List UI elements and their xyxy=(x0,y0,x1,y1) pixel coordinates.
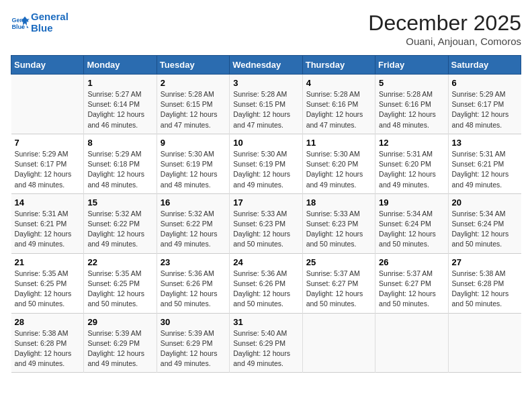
week-row-3: 14Sunrise: 5:31 AM Sunset: 6:21 PM Dayli… xyxy=(11,193,521,253)
calendar-cell: 28Sunrise: 5:38 AM Sunset: 6:28 PM Dayli… xyxy=(11,313,84,373)
day-info: Sunrise: 5:33 AM Sunset: 6:23 PM Dayligh… xyxy=(306,209,371,250)
header-sunday: Sunday xyxy=(11,56,84,75)
page-header: General Blue General Blue December 2025 … xyxy=(11,11,521,47)
day-info: Sunrise: 5:30 AM Sunset: 6:19 PM Dayligh… xyxy=(161,149,226,190)
day-info: Sunrise: 5:38 AM Sunset: 6:28 PM Dayligh… xyxy=(15,328,81,369)
day-info: Sunrise: 5:34 AM Sunset: 6:24 PM Dayligh… xyxy=(452,209,518,250)
day-info: Sunrise: 5:32 AM Sunset: 6:22 PM Dayligh… xyxy=(87,209,152,250)
day-number: 29 xyxy=(87,317,152,327)
calendar-cell: 11Sunrise: 5:30 AM Sunset: 6:20 PM Dayli… xyxy=(302,134,375,193)
day-info: Sunrise: 5:37 AM Sunset: 6:27 PM Dayligh… xyxy=(379,269,444,310)
calendar-cell: 6Sunrise: 5:29 AM Sunset: 6:17 PM Daylig… xyxy=(448,75,521,134)
calendar-cell: 26Sunrise: 5:37 AM Sunset: 6:27 PM Dayli… xyxy=(375,253,448,313)
day-info: Sunrise: 5:28 AM Sunset: 6:15 PM Dayligh… xyxy=(233,89,298,130)
day-number: 6 xyxy=(452,78,518,88)
calendar-cell: 13Sunrise: 5:31 AM Sunset: 6:21 PM Dayli… xyxy=(448,134,521,193)
calendar-table: SundayMondayTuesdayWednesdayThursdayFrid… xyxy=(11,55,521,373)
day-number: 25 xyxy=(306,257,371,267)
logo: General Blue General Blue xyxy=(11,11,69,34)
calendar-cell: 4Sunrise: 5:28 AM Sunset: 6:16 PM Daylig… xyxy=(302,75,375,134)
day-number: 8 xyxy=(87,138,152,148)
calendar-cell: 19Sunrise: 5:34 AM Sunset: 6:24 PM Dayli… xyxy=(375,193,448,253)
header-monday: Monday xyxy=(84,56,157,75)
day-number: 7 xyxy=(15,138,81,148)
day-number: 27 xyxy=(452,257,518,267)
day-number: 22 xyxy=(87,257,152,267)
calendar-cell: 3Sunrise: 5:28 AM Sunset: 6:15 PM Daylig… xyxy=(230,75,302,134)
day-number: 13 xyxy=(452,138,518,148)
calendar-cell xyxy=(448,313,521,373)
day-number: 10 xyxy=(233,138,298,148)
day-info: Sunrise: 5:28 AM Sunset: 6:16 PM Dayligh… xyxy=(306,89,371,130)
calendar-cell xyxy=(302,313,375,373)
logo-icon: General Blue xyxy=(11,13,30,32)
calendar-cell: 30Sunrise: 5:39 AM Sunset: 6:29 PM Dayli… xyxy=(157,313,229,373)
calendar-cell: 24Sunrise: 5:36 AM Sunset: 6:26 PM Dayli… xyxy=(230,253,302,313)
day-number: 24 xyxy=(233,257,298,267)
day-info: Sunrise: 5:40 AM Sunset: 6:29 PM Dayligh… xyxy=(233,328,298,369)
day-number: 26 xyxy=(379,257,444,267)
day-info: Sunrise: 5:27 AM Sunset: 6:14 PM Dayligh… xyxy=(87,89,152,130)
day-info: Sunrise: 5:36 AM Sunset: 6:26 PM Dayligh… xyxy=(233,269,298,310)
week-row-2: 7Sunrise: 5:29 AM Sunset: 6:17 PM Daylig… xyxy=(11,134,521,193)
calendar-cell: 5Sunrise: 5:28 AM Sunset: 6:16 PM Daylig… xyxy=(375,75,448,134)
header-tuesday: Tuesday xyxy=(157,56,229,75)
day-number: 19 xyxy=(379,197,444,208)
day-info: Sunrise: 5:28 AM Sunset: 6:15 PM Dayligh… xyxy=(161,89,226,130)
day-number: 12 xyxy=(379,138,444,148)
calendar-cell: 14Sunrise: 5:31 AM Sunset: 6:21 PM Dayli… xyxy=(11,193,84,253)
header-friday: Friday xyxy=(375,56,448,75)
day-number: 18 xyxy=(306,197,371,208)
calendar-cell: 29Sunrise: 5:39 AM Sunset: 6:29 PM Dayli… xyxy=(84,313,157,373)
header-thursday: Thursday xyxy=(302,56,375,75)
day-number: 30 xyxy=(161,317,226,327)
day-number: 20 xyxy=(452,197,518,208)
title-block: December 2025 Ouani, Anjouan, Comoros xyxy=(368,11,521,47)
day-info: Sunrise: 5:31 AM Sunset: 6:20 PM Dayligh… xyxy=(379,149,444,190)
day-number: 31 xyxy=(233,317,298,327)
day-info: Sunrise: 5:31 AM Sunset: 6:21 PM Dayligh… xyxy=(452,149,518,190)
week-row-1: 1Sunrise: 5:27 AM Sunset: 6:14 PM Daylig… xyxy=(11,75,521,134)
page-title: December 2025 xyxy=(368,11,521,36)
day-number: 3 xyxy=(233,78,298,88)
calendar-cell: 8Sunrise: 5:29 AM Sunset: 6:18 PM Daylig… xyxy=(84,134,157,193)
day-info: Sunrise: 5:33 AM Sunset: 6:23 PM Dayligh… xyxy=(233,209,298,250)
calendar-cell: 23Sunrise: 5:36 AM Sunset: 6:26 PM Dayli… xyxy=(157,253,229,313)
calendar-cell: 17Sunrise: 5:33 AM Sunset: 6:23 PM Dayli… xyxy=(230,193,302,253)
day-number: 1 xyxy=(87,78,152,88)
day-info: Sunrise: 5:39 AM Sunset: 6:29 PM Dayligh… xyxy=(161,328,226,369)
calendar-cell: 2Sunrise: 5:28 AM Sunset: 6:15 PM Daylig… xyxy=(157,75,229,134)
day-number: 17 xyxy=(233,197,298,208)
logo-text: General Blue xyxy=(31,11,69,34)
day-info: Sunrise: 5:35 AM Sunset: 6:25 PM Dayligh… xyxy=(87,269,152,310)
day-number: 16 xyxy=(161,197,226,208)
day-number: 5 xyxy=(379,78,444,88)
day-number: 21 xyxy=(15,257,81,267)
day-number: 2 xyxy=(161,78,226,88)
day-info: Sunrise: 5:31 AM Sunset: 6:21 PM Dayligh… xyxy=(15,209,81,250)
calendar-cell: 7Sunrise: 5:29 AM Sunset: 6:17 PM Daylig… xyxy=(11,134,84,193)
day-info: Sunrise: 5:29 AM Sunset: 6:17 PM Dayligh… xyxy=(15,149,81,190)
calendar-cell: 18Sunrise: 5:33 AM Sunset: 6:23 PM Dayli… xyxy=(302,193,375,253)
day-info: Sunrise: 5:30 AM Sunset: 6:20 PM Dayligh… xyxy=(306,149,371,190)
day-number: 4 xyxy=(306,78,371,88)
calendar-cell: 9Sunrise: 5:30 AM Sunset: 6:19 PM Daylig… xyxy=(157,134,229,193)
day-info: Sunrise: 5:29 AM Sunset: 6:17 PM Dayligh… xyxy=(452,89,518,130)
calendar-cell: 1Sunrise: 5:27 AM Sunset: 6:14 PM Daylig… xyxy=(84,75,157,134)
calendar-cell: 20Sunrise: 5:34 AM Sunset: 6:24 PM Dayli… xyxy=(448,193,521,253)
calendar-cell: 10Sunrise: 5:30 AM Sunset: 6:19 PM Dayli… xyxy=(230,134,302,193)
header-saturday: Saturday xyxy=(448,56,521,75)
day-info: Sunrise: 5:37 AM Sunset: 6:27 PM Dayligh… xyxy=(306,269,371,310)
calendar-cell: 22Sunrise: 5:35 AM Sunset: 6:25 PM Dayli… xyxy=(84,253,157,313)
day-number: 28 xyxy=(15,317,81,327)
calendar-cell: 16Sunrise: 5:32 AM Sunset: 6:22 PM Dayli… xyxy=(157,193,229,253)
week-row-4: 21Sunrise: 5:35 AM Sunset: 6:25 PM Dayli… xyxy=(11,253,521,313)
day-number: 14 xyxy=(15,197,81,208)
calendar-cell: 21Sunrise: 5:35 AM Sunset: 6:25 PM Dayli… xyxy=(11,253,84,313)
week-row-5: 28Sunrise: 5:38 AM Sunset: 6:28 PM Dayli… xyxy=(11,313,521,373)
day-info: Sunrise: 5:38 AM Sunset: 6:28 PM Dayligh… xyxy=(452,269,518,310)
day-info: Sunrise: 5:29 AM Sunset: 6:18 PM Dayligh… xyxy=(87,149,152,190)
day-number: 11 xyxy=(306,138,371,148)
day-info: Sunrise: 5:36 AM Sunset: 6:26 PM Dayligh… xyxy=(161,269,226,310)
day-info: Sunrise: 5:32 AM Sunset: 6:22 PM Dayligh… xyxy=(161,209,226,250)
